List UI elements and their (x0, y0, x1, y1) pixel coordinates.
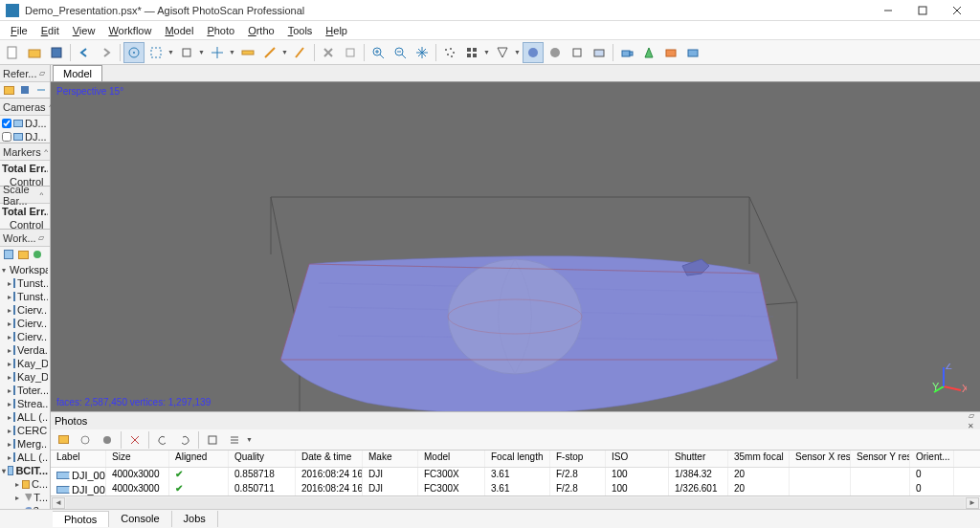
mesh-icon[interactable] (492, 42, 513, 63)
convert-icon[interactable] (33, 83, 48, 97)
crop-icon[interactable] (340, 42, 361, 63)
tree-item[interactable]: ▸CERC... (2, 424, 48, 437)
col-shutter[interactable]: Shutter (669, 451, 728, 467)
col-quality[interactable]: Quality (229, 451, 296, 467)
col-make[interactable]: Make (363, 451, 418, 467)
tree-item[interactable]: ▸Kay_D... (2, 357, 48, 370)
col-focal[interactable]: Focal length (485, 451, 550, 467)
float-icon[interactable]: ▱ (36, 232, 47, 243)
solid-icon[interactable] (545, 42, 566, 63)
menu-model[interactable]: Model (158, 23, 200, 38)
details-view-icon[interactable] (224, 429, 245, 451)
tree-item[interactable]: ▸Verda... (2, 343, 48, 357)
open-photo-icon[interactable] (53, 429, 74, 451)
tree-item[interactable]: ▸Cierv... (2, 317, 48, 330)
col-35mm[interactable]: 35mm focal (728, 451, 790, 467)
open-icon[interactable] (24, 42, 45, 63)
photos-scrollbar[interactable]: ◄ ► (51, 495, 980, 509)
tab-console[interactable]: Console (109, 511, 171, 527)
show-markers-icon[interactable] (638, 42, 659, 63)
menu-view[interactable]: View (66, 23, 102, 38)
tree-item[interactable]: ▸Toter... (2, 384, 48, 397)
new-icon[interactable] (2, 42, 23, 63)
marker-icon[interactable] (259, 42, 280, 63)
col-sy[interactable]: Sensor Y res (851, 451, 910, 467)
col-datetime[interactable]: Date & time (296, 451, 363, 467)
tree-item[interactable]: ▸Tunst... (2, 290, 48, 303)
remove-photo-icon[interactable] (124, 429, 145, 451)
show-region-icon[interactable] (660, 42, 681, 63)
menu-edit[interactable]: Edit (34, 23, 66, 38)
maximize-button[interactable] (905, 1, 940, 20)
dropdown-icon[interactable]: ▼ (167, 49, 175, 55)
menu-photo[interactable]: Photo (200, 23, 241, 38)
menu-ortho[interactable]: Ortho (241, 23, 281, 38)
col-size[interactable]: Size (106, 451, 169, 467)
workspace-active-chunk[interactable]: ▾BCIT... (2, 464, 48, 477)
dropdown-icon[interactable]: ▼ (514, 49, 522, 55)
menu-workflow[interactable]: Workflow (101, 23, 158, 38)
export-icon[interactable] (18, 83, 33, 97)
close-button[interactable] (940, 1, 974, 20)
pointcloud-icon[interactable] (439, 42, 460, 63)
tree-item[interactable]: ▸Tunst... (2, 276, 48, 290)
move-region-icon[interactable] (176, 42, 197, 63)
minimize-button[interactable] (871, 1, 905, 20)
dense-icon[interactable] (461, 42, 482, 63)
tab-jobs[interactable]: Jobs (172, 511, 218, 527)
3d-viewport[interactable]: Perspective 15° faces: 2,587,450 vertice… (51, 82, 980, 411)
dropdown-icon[interactable]: ▼ (483, 49, 491, 55)
tree-item[interactable]: ▸Cierv... (2, 303, 48, 317)
camera-item[interactable]: DJ... (2, 117, 48, 130)
dropdown-icon[interactable]: ▼ (229, 49, 236, 55)
dropdown-icon[interactable]: ▼ (281, 49, 289, 55)
scroll-right-icon[interactable]: ► (966, 497, 979, 509)
col-sx[interactable]: Sensor X res (790, 451, 851, 467)
table-row[interactable]: DJI_00244000x3000✔0.8587182016:08:24 16:… (51, 468, 980, 482)
delete-icon[interactable] (318, 42, 339, 63)
menu-help[interactable]: Help (319, 23, 354, 38)
tree-item[interactable]: ▸Merg... (2, 437, 48, 451)
undo-icon[interactable] (74, 42, 95, 63)
show-cameras-icon[interactable] (616, 42, 637, 63)
col-label[interactable]: Label (51, 451, 106, 467)
dropdown-icon[interactable]: ▼ (198, 49, 206, 55)
menu-file[interactable]: File (4, 23, 34, 38)
add-chunk-icon[interactable] (2, 248, 15, 261)
navigate-icon[interactable] (123, 42, 145, 63)
redo-icon[interactable] (96, 42, 117, 63)
tree-item[interactable]: ▸Kay_D... (2, 370, 48, 384)
reset-view-icon[interactable] (412, 42, 433, 63)
float-icon[interactable]: ▱ (966, 410, 976, 421)
disable-photo-icon[interactable] (97, 429, 118, 451)
enable-photo-icon[interactable] (75, 429, 96, 451)
rotate-left-icon[interactable] (152, 429, 173, 451)
texture-icon[interactable] (589, 42, 610, 63)
rect-select-icon[interactable] (145, 42, 167, 63)
col-orient[interactable]: Orient... (910, 451, 954, 467)
tree-item[interactable]: ▸Strea... (2, 397, 48, 410)
tree-item[interactable]: ▸Cierv... (2, 330, 48, 343)
col-fstop[interactable]: F-stop (550, 451, 606, 467)
move-icon[interactable] (207, 42, 228, 63)
ruler-icon[interactable] (237, 42, 258, 63)
float-icon[interactable]: ▱ (36, 68, 47, 78)
tree-item[interactable]: ▸ALL (... (2, 451, 48, 464)
zoom-in-icon[interactable] (368, 42, 389, 63)
camera-checkbox[interactable] (2, 132, 11, 142)
scroll-left-icon[interactable]: ◄ (52, 497, 65, 509)
expand-icon[interactable]: ^ (36, 189, 47, 200)
camera-item[interactable]: DJ... (2, 130, 48, 143)
col-iso[interactable]: ISO (606, 451, 669, 467)
camera-checkbox[interactable] (2, 119, 11, 128)
tree-item[interactable]: ▸ALL (... (2, 410, 48, 424)
wireframe-icon[interactable] (567, 42, 588, 63)
dropdown-icon[interactable]: ▼ (246, 436, 254, 443)
workspace-root[interactable]: ▾Workspa... (2, 263, 48, 276)
tree-item[interactable]: ▸T... (2, 491, 48, 504)
table-row[interactable]: DJI_00254000x3000✔0.8507112016:08:24 16:… (51, 482, 980, 495)
col-model[interactable]: Model (418, 451, 485, 467)
menu-tools[interactable]: Tools (281, 23, 320, 38)
tab-photos[interactable]: Photos (53, 511, 109, 527)
save-icon[interactable] (46, 42, 67, 63)
